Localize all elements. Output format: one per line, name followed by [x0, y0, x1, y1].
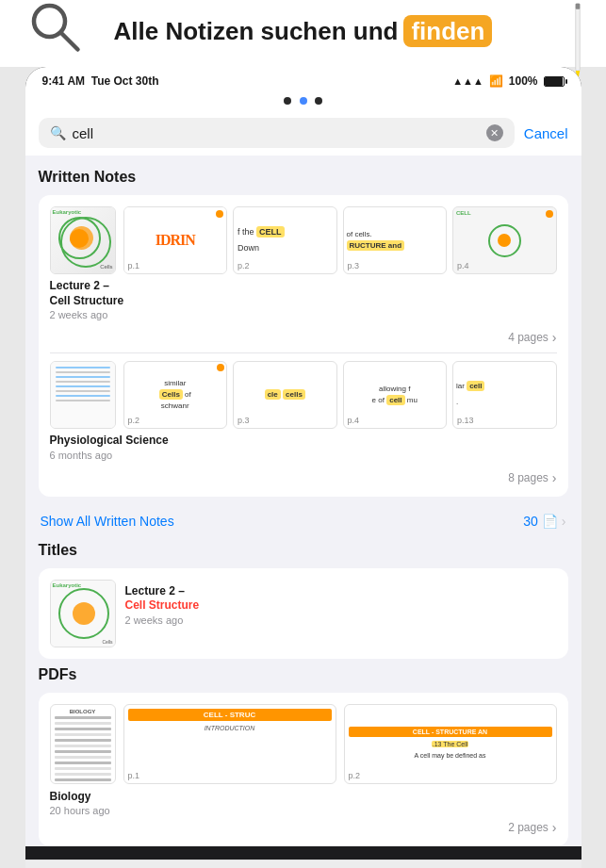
physiology-thumb	[51, 362, 115, 428]
note-item-lecture2[interactable]: Eukaryotic Cells IDRIN p.1	[50, 206, 557, 320]
signal-icon: ▲▲▲	[452, 75, 483, 87]
battery-icon	[544, 76, 565, 87]
title-item-lecture2[interactable]: Eukaryotic Cells Lecture 2 –Cell Structu…	[50, 580, 557, 647]
note-thumbnail-lecture2: Eukaryotic Cells	[50, 206, 116, 274]
note-date-physiology: 6 months ago	[50, 450, 557, 461]
show-all-row[interactable]: Show All Written Notes 30 📄 ›	[39, 504, 568, 538]
status-indicators: ▲▲▲ 📶 100%	[452, 74, 564, 88]
note-name-lecture2: Lecture 2 –Cell Structure	[50, 279, 557, 308]
pages-row-lecture2: IDRIN p.1 f the CELL Down p.2	[123, 206, 557, 274]
written-notes-count: 30	[523, 514, 538, 529]
pdf-date-biology: 20 hours ago	[50, 805, 557, 816]
pdf-lines	[55, 716, 111, 781]
camera-area	[25, 91, 581, 112]
pdfs-card: BIOLOGY	[39, 693, 568, 847]
page-thumb-p2[interactable]: f the CELL Down p.2	[233, 206, 337, 274]
search-bar[interactable]: 🔍 cell ✕	[39, 118, 515, 148]
svg-line-1	[61, 33, 78, 50]
search-icon: 🔍	[50, 125, 66, 140]
note-item-physiology[interactable]: similar Cells of schwanr p.2 cle cells	[50, 361, 557, 461]
title-name-lecture2: Lecture 2 –Cell Structure	[125, 584, 200, 614]
wifi-icon: 📶	[489, 74, 503, 88]
svg-rect-4	[576, 4, 581, 9]
pdf-page-thumb-p1[interactable]: CELL - STRUC INTRODUCTION p.1	[123, 704, 336, 784]
divider-1	[50, 352, 557, 353]
document-icon: 📄	[542, 514, 558, 529]
note-date-lecture2: 2 weeks ago	[50, 309, 557, 320]
more-pages-row-physiology[interactable]: 8 pages ›	[50, 470, 557, 485]
page-thumb-p4[interactable]: CELL p.4	[452, 206, 557, 274]
magnifier-icon	[28, 0, 85, 57]
battery-percent: 100%	[509, 74, 538, 88]
note-info-physiology: Physiological Science 6 months ago	[50, 434, 557, 461]
page-thumb-p3[interactable]: of cells. RUCTURE and p.3	[343, 206, 448, 274]
note-name-physiology: Physiological Science	[50, 434, 557, 449]
more-pages-row-pdf[interactable]: 2 pages ›	[50, 820, 557, 835]
camera-dot	[284, 97, 291, 105]
title-date-lecture2: 2 weeks ago	[125, 614, 200, 626]
pdf-page-thumb-p2[interactable]: CELL - STRUCTURE AN .13 The Cell A cell …	[344, 704, 557, 784]
more-pages-row-lecture2[interactable]: 4 pages ›	[50, 330, 557, 345]
indicator-dot	[300, 97, 307, 105]
ipad-frame: 9:41 AM Tue Oct 30th ▲▲▲ 📶 100% 🔍 cell ✕…	[25, 67, 581, 868]
phys-page-thumb-p2[interactable]: similar Cells of schwanr p.2	[123, 361, 228, 429]
pdfs-section-title: PDFs	[39, 666, 568, 683]
banner-title: Alle Notizen suchen undfinden	[0, 17, 606, 46]
note-info-lecture2: Lecture 2 –Cell Structure 2 weeks ago	[50, 279, 557, 320]
phys-page-thumb-p3[interactable]: cle cells p.3	[233, 361, 337, 429]
top-banner: Alle Notizen suchen undfinden	[0, 0, 606, 67]
cancel-button[interactable]: Cancel	[524, 125, 568, 141]
search-clear-button[interactable]: ✕	[486, 124, 503, 141]
main-content: Written Notes Eukaryotic Cells	[25, 156, 581, 846]
title-thumb-lecture2: Eukaryotic Cells	[50, 580, 116, 647]
pdf-thumb-biology: BIOLOGY	[50, 704, 116, 784]
page-thumb-p1[interactable]: IDRIN p.1	[123, 206, 228, 274]
chevron-right-icon: ›	[552, 330, 557, 345]
titles-card: Eukaryotic Cells Lecture 2 –Cell Structu…	[39, 568, 568, 659]
chevron-right-icon-2: ›	[552, 470, 557, 485]
phys-page-thumb-p4[interactable]: allowing f e of cell mu p.4	[343, 361, 448, 429]
status-bar: 9:41 AM Tue Oct 30th ▲▲▲ 📶 100%	[25, 67, 581, 91]
search-bar-container: 🔍 cell ✕ Cancel	[25, 112, 581, 156]
pdf-row-biology[interactable]: BIOLOGY	[50, 704, 557, 784]
note-thumbnail-physiology	[50, 361, 116, 429]
cell-structure-thumb: Eukaryotic Cells	[51, 207, 115, 273]
pages-row-physiology: similar Cells of schwanr p.2 cle cells	[123, 361, 557, 429]
pages-count-physiology: 8 pages	[508, 471, 549, 484]
pdf-info-biology: Biology 20 hours ago	[50, 790, 557, 817]
written-notes-card: Eukaryotic Cells IDRIN p.1	[39, 195, 568, 497]
status-time: 9:41 AM Tue Oct 30th	[42, 74, 159, 88]
pdf-pages-count: 2 pages	[508, 821, 549, 834]
title-info-lecture2: Lecture 2 –Cell Structure 2 weeks ago	[125, 584, 200, 626]
show-all-link[interactable]: Show All Written Notes	[41, 514, 174, 529]
titles-section-title: Titles	[39, 542, 568, 559]
camera-dot-2	[315, 97, 322, 105]
tab-bar: ⊞ Documents 🔍 Search 🔖 Favorites	[25, 860, 581, 868]
search-input[interactable]: cell	[73, 125, 480, 141]
written-notes-title: Written Notes	[39, 169, 568, 186]
svg-rect-2	[576, 4, 581, 71]
show-all-chevron: ›	[562, 514, 566, 529]
banner-highlight: finden	[403, 15, 492, 47]
phys-page-thumb-p13[interactable]: lar cell · p.13	[452, 361, 557, 429]
pages-count-lecture2: 4 pages	[508, 331, 549, 344]
title-highlight-text: Cell Structure	[125, 598, 200, 612]
chevron-right-icon-pdf: ›	[552, 820, 557, 835]
pdf-name-biology: Biology	[50, 790, 557, 805]
show-all-count[interactable]: 30 📄 ›	[523, 514, 565, 529]
